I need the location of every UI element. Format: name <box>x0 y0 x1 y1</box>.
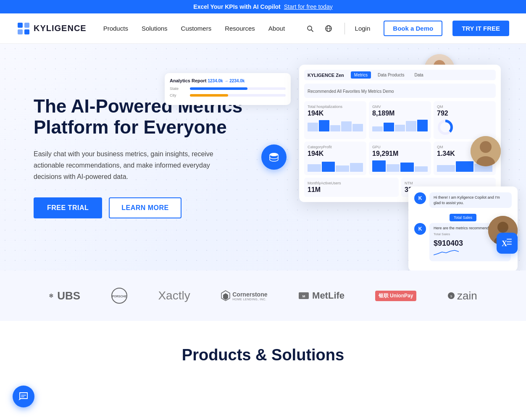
chat-sparkline <box>434 249 459 257</box>
svg-rect-24 <box>507 241 512 242</box>
cornerstone-icon <box>221 290 231 302</box>
zain-logo-text: zain <box>457 289 477 302</box>
svg-rect-0 <box>18 23 23 28</box>
metric-gpu: GPU 19,291M <box>369 142 431 175</box>
logo-metlife: M MetLife <box>298 290 345 301</box>
nav-customers[interactable]: Customers <box>181 25 212 32</box>
banner-main-text: Excel Your KPIs with AI Copilot <box>193 3 280 10</box>
logos-section: ❄ UBS PORSCHE Xactly Cornerstone HOME LE… <box>0 270 526 321</box>
hero-content: The AI-Powered Metrics Platform for Ever… <box>34 96 252 219</box>
logo-ubs: ❄ UBS <box>49 289 80 302</box>
analytics-city-bar <box>190 94 228 97</box>
dashboard-tab-data[interactable]: Data <box>411 71 426 79</box>
svg-rect-25 <box>507 244 512 245</box>
hero-buttons: FREE TRIAL LEARN MORE <box>34 197 252 218</box>
dashboard-tab-data-products[interactable]: Data Products <box>374 71 408 79</box>
search-icon[interactable] <box>304 23 316 34</box>
excel-icon: X <box>497 233 518 254</box>
metric-qm-chart <box>437 119 454 136</box>
dashboard-filters-label: Recommended All Favorites My Metrics Dem… <box>308 89 394 94</box>
svg-line-5 <box>311 30 313 32</box>
logo-unionpay: 银联 UnionPay <box>375 291 417 301</box>
analytics-city-bar-bg <box>190 94 286 97</box>
xactly-logo-text: Xactly <box>158 289 190 302</box>
total-sales-button[interactable]: Total Sales <box>450 214 476 221</box>
products-title: Products & Solutions <box>34 346 492 364</box>
banner-link[interactable]: Start for free today <box>284 3 333 10</box>
try-free-button[interactable]: TRY IT FREE <box>452 21 509 36</box>
svg-text:9: 9 <box>450 294 452 298</box>
nav-resources[interactable]: Resources <box>225 25 255 32</box>
chat-greeting-bubble: Hi there! I am Kyligence Copilot and I'm… <box>429 192 512 208</box>
nav-about[interactable]: About <box>268 25 285 32</box>
hero-section: The AI-Powered Metrics Platform for Ever… <box>0 44 526 270</box>
svg-marker-30 <box>223 293 228 300</box>
logo-cornerstone: Cornerstone HOME LENDING, INC. <box>221 290 267 302</box>
analytics-row-state: State <box>170 87 286 91</box>
logo-icon <box>17 22 30 35</box>
dashboard-filter-row: Recommended All Favorites My Metrics Dem… <box>304 84 496 98</box>
free-trial-button[interactable]: FREE TRIAL <box>34 197 102 218</box>
hero-visual: Analytics Report 1234.0k → 2234.0k State… <box>249 52 526 270</box>
metric-hospitalizations: Total hospitalizations 194K <box>304 101 366 139</box>
svg-rect-1 <box>24 23 29 28</box>
dashboard-header: KYLIGENCE Zen Metrics Data Products Data <box>304 70 496 80</box>
metric-qm: QM 792 <box>434 101 496 139</box>
analytics-state-bar <box>190 87 247 90</box>
svg-text:M: M <box>302 294 305 298</box>
porsche-logo-icon: PORSCHE <box>111 287 128 304</box>
avatar-right <box>471 136 501 166</box>
analytics-state-bar-bg <box>190 87 286 90</box>
book-demo-button[interactable]: Book a Demo <box>384 21 442 36</box>
svg-point-15 <box>270 153 278 156</box>
logo-zain: 9 zain <box>447 289 477 302</box>
metric-gmv: GMV 8,189M <box>369 101 431 139</box>
products-section: Products & Solutions <box>0 321 526 381</box>
hero-description: Easily chat with your business metrics, … <box>34 148 227 183</box>
nav-actions: Login Book a Demo TRY IT FREE <box>304 21 509 36</box>
copilot-avatar: K <box>414 192 426 204</box>
svg-rect-2 <box>18 29 23 34</box>
database-icon <box>261 144 287 170</box>
analytics-row-city: City <box>170 93 286 97</box>
analytics-title: Analytics Report 1234.0k → 2234.0k <box>170 78 286 83</box>
chat-greeting-msg: K Hi there! I am Kyligence Copilot and I… <box>414 192 512 208</box>
nav-links: Products Solutions Customers Resources A… <box>103 25 304 32</box>
unionpay-logo-text: 银联 UnionPay <box>379 292 413 299</box>
globe-icon[interactable] <box>323 23 334 34</box>
copilot-avatar-2: K <box>414 223 426 235</box>
svg-text:X: X <box>502 239 507 248</box>
nav-products[interactable]: Products <box>103 25 128 32</box>
cornerstone-logo-text: Cornerstone <box>232 291 267 298</box>
svg-point-20 <box>480 141 492 153</box>
ubs-snowflake-icon: ❄ <box>49 292 55 299</box>
metric-category-profit: CategoryProfit 194K <box>304 142 366 175</box>
logo-xactly: Xactly <box>158 289 190 302</box>
dashboard-tab-metrics[interactable]: Metrics <box>351 71 371 79</box>
cornerstone-sub: HOME LENDING, INC. <box>232 298 267 301</box>
logo-porsche: PORSCHE <box>111 287 128 304</box>
metrics-grid: Total hospitalizations 194K GMV 8,189M <box>304 101 496 175</box>
metric-monthly-active: MonthlyActiveUsers 11M <box>304 178 399 197</box>
top-banner: Excel Your KPIs with AI Copilot Start fo… <box>0 0 526 13</box>
svg-rect-23 <box>507 239 512 240</box>
navigation: KYLIGENCE Products Solutions Customers R… <box>0 13 526 44</box>
metlife-logo-text: MetLife <box>312 290 345 301</box>
logo[interactable]: KYLIGENCE <box>17 22 87 35</box>
analytics-city-label: City <box>170 93 187 97</box>
nav-solutions[interactable]: Solutions <box>142 25 168 32</box>
svg-rect-3 <box>24 29 29 34</box>
metlife-umbrella-icon: M <box>298 291 310 300</box>
analytics-state-label: State <box>170 87 187 91</box>
dashboard-card: KYLIGENCE Zen Metrics Data Products Data… <box>299 65 501 202</box>
login-button[interactable]: Login <box>355 25 371 32</box>
ubs-logo-text: UBS <box>57 289 80 302</box>
svg-text:PORSCHE: PORSCHE <box>112 295 126 298</box>
svg-text:❄: ❄ <box>49 292 54 299</box>
dashboard-brand: KYLIGENCE Zen <box>308 73 344 78</box>
learn-more-button[interactable]: LEARN MORE <box>109 197 181 218</box>
svg-point-17 <box>497 222 508 233</box>
analytics-card: Analytics Report 1234.0k → 2234.0k State… <box>165 73 291 105</box>
zain-icon: 9 <box>447 291 455 300</box>
logo-text: KYLIGENCE <box>34 24 87 33</box>
